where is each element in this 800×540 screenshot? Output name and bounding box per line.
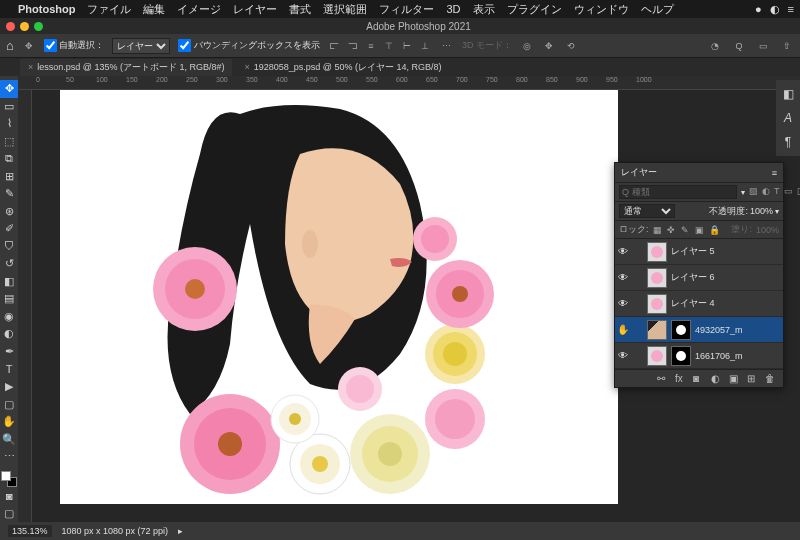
color-swatches[interactable] <box>1 471 17 487</box>
layer-row[interactable]: 👁 レイヤー 5 <box>615 239 783 265</box>
align-top-icon[interactable]: ⊤ <box>382 39 396 53</box>
menu-select[interactable]: 選択範囲 <box>323 2 367 17</box>
share-icon[interactable]: ⇧ <box>780 39 794 53</box>
filter-adjust-icon[interactable]: ◐ <box>762 186 770 198</box>
filter-image-icon[interactable]: ▧ <box>749 186 758 198</box>
minimize-window-button[interactable] <box>20 22 29 31</box>
more-align-icon[interactable]: ⋯ <box>440 39 454 53</box>
close-window-button[interactable] <box>6 22 15 31</box>
delete-layer-icon[interactable]: 🗑 <box>765 373 777 384</box>
menu-edit[interactable]: 編集 <box>143 2 165 17</box>
dodge-tool[interactable]: ◐ <box>0 325 18 343</box>
path-select-tool[interactable]: ▶ <box>0 378 18 396</box>
lock-artboard-icon[interactable]: ▣ <box>695 225 705 235</box>
menu-type[interactable]: 書式 <box>289 2 311 17</box>
stamp-tool[interactable]: ⛉ <box>0 238 18 256</box>
layer-name[interactable]: 4932057_m <box>695 325 781 335</box>
new-group-icon[interactable]: ▣ <box>729 373 741 384</box>
pen-tool[interactable]: ✒ <box>0 343 18 361</box>
align-center-h-icon[interactable]: ⫎ <box>346 39 360 53</box>
new-adjustment-icon[interactable]: ◐ <box>711 373 723 384</box>
ruler-vertical[interactable] <box>18 90 32 522</box>
mode3d-orbit-icon[interactable]: ◎ <box>520 39 534 53</box>
opacity-value[interactable]: 100% <box>750 206 773 216</box>
paragraph-panel-icon[interactable]: ¶ <box>780 134 796 150</box>
layer-thumbnail[interactable] <box>647 320 667 340</box>
layer-style-icon[interactable]: fx <box>675 373 687 384</box>
frame-tool[interactable]: ⊞ <box>0 168 18 186</box>
menu-view[interactable]: 表示 <box>473 2 495 17</box>
status-chevron-icon[interactable]: ▸ <box>178 526 183 536</box>
gradient-tool[interactable]: ▤ <box>0 290 18 308</box>
object-select-tool[interactable]: ⬚ <box>0 133 18 151</box>
layer-mask-thumbnail[interactable] <box>671 320 691 340</box>
quick-mask-toggle[interactable]: ◙ <box>0 487 18 505</box>
move-tool[interactable]: ✥ <box>0 80 18 98</box>
zoom-tool[interactable]: 🔍 <box>0 430 18 448</box>
fill-value[interactable]: 100% <box>756 225 779 235</box>
lock-pixels-icon[interactable]: ▦ <box>653 225 663 235</box>
layer-thumbnail[interactable] <box>647 242 667 262</box>
menu-filter[interactable]: フィルター <box>379 2 434 17</box>
visibility-toggle-icon[interactable]: ✋ <box>617 324 629 335</box>
color-panel-icon[interactable]: ◧ <box>780 86 796 102</box>
layer-thumbnail[interactable] <box>647 268 667 288</box>
visibility-toggle-icon[interactable]: 👁 <box>617 272 629 283</box>
ruler-horizontal[interactable]: 0501001502002503003504004505005506006507… <box>18 76 800 90</box>
mode3d-dolly-icon[interactable]: ⟲ <box>564 39 578 53</box>
layer-thumbnail[interactable] <box>647 294 667 314</box>
menu-file[interactable]: ファイル <box>87 2 131 17</box>
layer-search-input[interactable] <box>619 185 737 199</box>
history-brush-tool[interactable]: ↺ <box>0 255 18 273</box>
layer-name[interactable]: レイヤー 6 <box>671 271 781 284</box>
home-button[interactable]: ⌂ <box>6 38 14 53</box>
align-left-icon[interactable]: ⫍ <box>328 39 342 53</box>
menu-plugin[interactable]: プラグイン <box>507 2 562 17</box>
filter-smart-icon[interactable]: ◫ <box>797 186 801 198</box>
layer-name[interactable]: 1661706_m <box>695 351 781 361</box>
align-bottom-icon[interactable]: ⊥ <box>418 39 432 53</box>
layer-row[interactable]: ✋ 4932057_m <box>615 317 783 343</box>
visibility-toggle-icon[interactable]: 👁 <box>617 298 629 309</box>
layer-row[interactable]: 👁 レイヤー 6 <box>615 265 783 291</box>
align-middle-icon[interactable]: ⊢ <box>400 39 414 53</box>
control-center-icon[interactable]: ≡ <box>788 3 794 15</box>
panel-menu-icon[interactable]: ≡ <box>772 168 777 178</box>
auto-select-checkbox[interactable]: 自動選択： <box>44 39 105 52</box>
tab-1928058-psd[interactable]: × 1928058_ps.psd @ 50% (レイヤー 14, RGB/8) <box>236 59 449 76</box>
add-mask-icon[interactable]: ◙ <box>693 373 705 384</box>
cc-status-icon[interactable]: ● <box>755 3 762 15</box>
screen-mode-toggle[interactable]: ▢ <box>0 504 18 522</box>
marquee-tool[interactable]: ▭ <box>0 98 18 116</box>
menu-window[interactable]: ウィンドウ <box>574 2 629 17</box>
visibility-toggle-icon[interactable]: 👁 <box>617 350 629 361</box>
crop-tool[interactable]: ⧉ <box>0 150 18 168</box>
workspace-icon[interactable]: ▭ <box>756 39 770 53</box>
tab-lesson-psd[interactable]: × lesson.psd @ 135% (アートボード 1, RGB/8#) <box>20 59 232 76</box>
layer-name[interactable]: レイヤー 4 <box>671 297 781 310</box>
show-bbox-checkbox[interactable]: バウンディングボックスを表示 <box>178 39 320 52</box>
zoom-window-button[interactable] <box>34 22 43 31</box>
lock-all-icon[interactable]: 🔒 <box>709 225 719 235</box>
edit-toolbar[interactable]: ⋯ <box>0 448 18 466</box>
layer-row[interactable]: 👁 レイヤー 4 <box>615 291 783 317</box>
menu-3d[interactable]: 3D <box>446 3 460 15</box>
chevron-down-icon[interactable]: ▾ <box>775 207 779 216</box>
layer-row[interactable]: 👁 1661706_m <box>615 343 783 369</box>
artboard[interactable] <box>60 90 618 504</box>
brush-tool[interactable]: ✐ <box>0 220 18 238</box>
spotlight-icon[interactable]: ◐ <box>770 3 780 16</box>
blur-tool[interactable]: ◉ <box>0 308 18 326</box>
close-tab-icon[interactable]: × <box>244 62 249 72</box>
zoom-level[interactable]: 135.13% <box>8 525 52 537</box>
link-layers-icon[interactable]: ⚯ <box>657 373 669 384</box>
hand-tool[interactable]: ✋ <box>0 413 18 431</box>
menu-app[interactable]: Photoshop <box>18 3 75 15</box>
close-tab-icon[interactable]: × <box>28 62 33 72</box>
filter-shape-icon[interactable]: ▭ <box>784 186 793 198</box>
lasso-tool[interactable]: ⌇ <box>0 115 18 133</box>
lock-paint-icon[interactable]: ✎ <box>681 225 691 235</box>
cloud-docs-icon[interactable]: ◔ <box>708 39 722 53</box>
menu-image[interactable]: イメージ <box>177 2 221 17</box>
blend-mode-dropdown[interactable]: 通常 <box>619 204 675 218</box>
